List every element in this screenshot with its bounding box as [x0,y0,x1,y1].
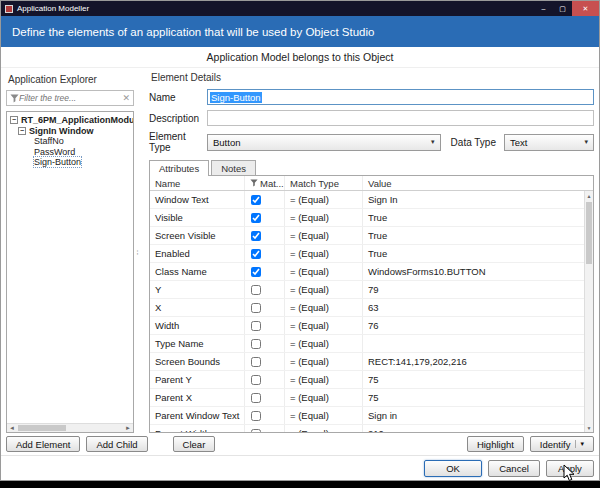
attribute-name: Parent Window Text [150,407,245,424]
tree-item-rt-6pm-applicationmoduler[interactable]: −RT_6PM_ApplicationModuler [7,115,133,126]
scroll-right-icon[interactable]: ► [123,424,133,432]
ok-button[interactable]: OK [424,460,482,477]
header-name[interactable]: Name [150,176,245,190]
attribute-match-checkbox[interactable] [251,285,261,295]
maximize-icon[interactable]: ▢ [553,1,572,16]
name-input[interactable]: Sign-Button [207,89,594,105]
tree-horizontal-scrollbar[interactable]: ◄ ► [7,423,133,432]
attribute-match-checkbox[interactable] [251,411,261,421]
attribute-name: Enabled [150,245,245,262]
attribute-row[interactable]: Parent Width= (Equal)210 [150,425,593,432]
attribute-match-type: = (Equal) [285,281,363,298]
attribute-match-checkbox[interactable] [251,267,261,277]
description-input[interactable] [207,110,594,126]
tree-item-signin-window[interactable]: −SignIn Window [7,126,133,137]
attribute-match-cell [245,281,285,298]
tree-expander-icon[interactable]: − [18,127,26,135]
attribute-match-type: = (Equal) [285,317,363,334]
attribute-value: 76 [363,317,593,334]
scrollbar-thumb[interactable] [586,202,592,264]
attribute-row[interactable]: Parent Window Text= (Equal)Sign in [150,407,593,425]
tab-notes[interactable]: Notes [211,160,256,176]
cancel-button[interactable]: Cancel [488,460,540,477]
attribute-match-checkbox[interactable] [251,393,261,403]
attribute-name: Y [150,281,245,298]
attribute-match-checkbox[interactable] [251,375,261,385]
attribute-name: Visible [150,209,245,226]
tree-item-sign-button[interactable]: Sign-Button [7,157,133,168]
tab-attributes[interactable]: Attributes [149,160,209,176]
tree-item-staffno[interactable]: StaffNo [7,136,133,147]
attribute-match-cell [245,209,285,226]
identify-button[interactable]: Identify ▾ [530,436,594,452]
attribute-row[interactable]: Enabled= (Equal)True [150,245,593,263]
name-value: Sign-Button [210,92,262,103]
application-tree: −RT_6PM_ApplicationModuler−SignIn Window… [6,111,134,433]
attribute-value: 79 [363,281,593,298]
scroll-left-icon[interactable]: ◄ [7,424,17,432]
element-type-dropdown[interactable]: Button ▾ [207,134,441,151]
attribute-value: Sign In [363,191,593,208]
close-icon[interactable]: ✕ [572,1,599,16]
application-explorer-panel: Application Explorer ✕ −RT_6PM_Applicati… [6,72,134,433]
header-value[interactable]: Value [363,176,593,190]
attribute-match-checkbox[interactable] [251,339,261,349]
filter-funnel-icon [10,94,19,103]
scrollbar-track[interactable] [17,424,123,432]
tree-expander-icon[interactable]: − [10,116,18,124]
header-match-type[interactable]: Match Type [285,176,363,190]
panel-splitter[interactable]: ⁞ [134,72,141,433]
attribute-row[interactable]: Class Name= (Equal)WindowsForms10.BUTTON [150,263,593,281]
tree-item-label: StaffNo [34,136,64,146]
attribute-match-cell [245,371,285,388]
tree-filter-input[interactable] [19,93,120,103]
attribute-row[interactable]: Type Name= (Equal) [150,335,593,353]
attribute-value: True [363,245,593,262]
attribute-row[interactable]: X= (Equal)63 [150,299,593,317]
element-details-title: Element Details [151,72,594,83]
dialog-footer: OK Cancel Apply [1,455,599,480]
attribute-match-checkbox[interactable] [251,303,261,313]
attribute-match-checkbox[interactable] [251,195,261,205]
details-tabs: Attributes Notes [149,159,594,175]
filter-clear-icon[interactable]: ✕ [120,93,130,103]
subtitle-text: Application Model belongs to this Object [207,51,394,63]
minimize-icon[interactable]: – [534,1,553,16]
attribute-match-checkbox[interactable] [251,213,261,223]
tree-filter-box: ✕ [6,90,134,106]
header-match-flag[interactable]: Mat... [245,176,285,190]
attribute-match-checkbox[interactable] [251,231,261,241]
attribute-row[interactable]: Visible= (Equal)True [150,209,593,227]
attribute-row[interactable]: Parent X= (Equal)75 [150,389,593,407]
scrollbar-thumb[interactable] [18,425,66,431]
title-bar: Application Modeller – ▢ ✕ [1,1,599,16]
scroll-down-icon[interactable]: ▼ [585,423,593,432]
attribute-match-checkbox[interactable] [251,429,261,433]
attribute-match-cell [245,227,285,244]
clear-button[interactable]: Clear [173,436,216,452]
attribute-match-checkbox[interactable] [251,321,261,331]
attribute-row[interactable]: Parent Y= (Equal)75 [150,371,593,389]
table-vertical-scrollbar[interactable]: ▲ ▼ [584,191,593,432]
tree-item-label: PassWord [34,147,75,157]
attribute-match-cell [245,389,285,406]
scroll-up-icon[interactable]: ▲ [585,191,593,200]
attribute-row[interactable]: Y= (Equal)79 [150,281,593,299]
data-type-dropdown[interactable]: Text ▾ [504,134,594,151]
explorer-title: Application Explorer [8,74,134,85]
tree-item-password[interactable]: PassWord [7,147,133,158]
attribute-match-type: = (Equal) [285,263,363,280]
attribute-row[interactable]: Width= (Equal)76 [150,317,593,335]
highlight-button[interactable]: Highlight [467,436,524,452]
attribute-match-checkbox[interactable] [251,357,261,367]
attribute-match-checkbox[interactable] [251,249,261,259]
attribute-value [363,335,593,352]
attribute-value: Sign in [363,407,593,424]
attribute-row[interactable]: Window Text= (Equal)Sign In [150,191,593,209]
add-element-button[interactable]: Add Element [6,436,80,452]
attribute-match-type: = (Equal) [285,425,363,432]
attribute-row[interactable]: Screen Visible= (Equal)True [150,227,593,245]
add-child-button[interactable]: Add Child [86,436,147,452]
attribute-row[interactable]: Screen Bounds= (Equal)RECT:141,179,202,2… [150,353,593,371]
attribute-match-type: = (Equal) [285,299,363,316]
